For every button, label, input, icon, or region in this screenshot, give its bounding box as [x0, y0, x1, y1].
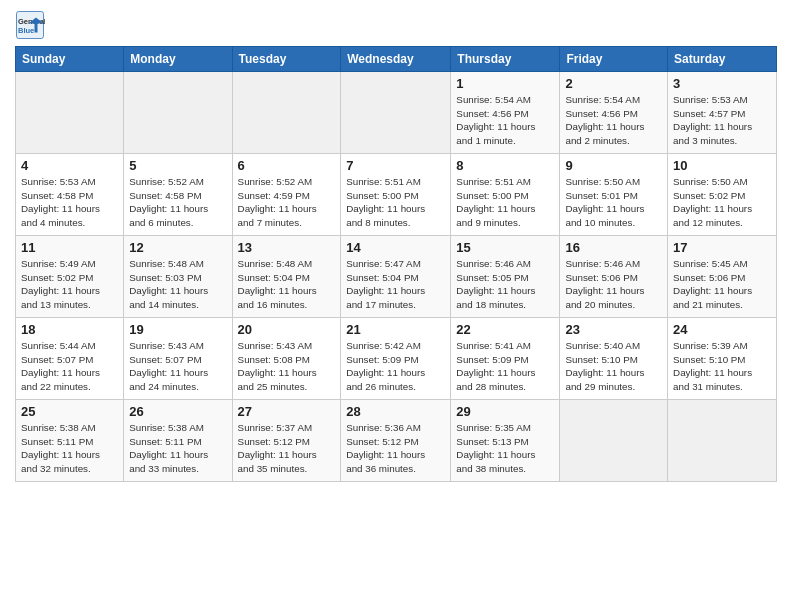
calendar-cell: 21Sunrise: 5:42 AM Sunset: 5:09 PM Dayli…	[341, 318, 451, 400]
calendar-cell: 17Sunrise: 5:45 AM Sunset: 5:06 PM Dayli…	[668, 236, 777, 318]
calendar-cell	[124, 72, 232, 154]
day-info: Sunrise: 5:42 AM Sunset: 5:09 PM Dayligh…	[346, 339, 445, 394]
day-number: 5	[129, 158, 226, 173]
day-number: 9	[565, 158, 662, 173]
day-number: 10	[673, 158, 771, 173]
day-number: 15	[456, 240, 554, 255]
svg-text:Blue: Blue	[18, 26, 34, 35]
day-header-friday: Friday	[560, 47, 668, 72]
day-info: Sunrise: 5:52 AM Sunset: 4:58 PM Dayligh…	[129, 175, 226, 230]
day-header-wednesday: Wednesday	[341, 47, 451, 72]
day-info: Sunrise: 5:46 AM Sunset: 5:05 PM Dayligh…	[456, 257, 554, 312]
calendar-week-4: 18Sunrise: 5:44 AM Sunset: 5:07 PM Dayli…	[16, 318, 777, 400]
day-info: Sunrise: 5:38 AM Sunset: 5:11 PM Dayligh…	[129, 421, 226, 476]
day-info: Sunrise: 5:40 AM Sunset: 5:10 PM Dayligh…	[565, 339, 662, 394]
day-info: Sunrise: 5:37 AM Sunset: 5:12 PM Dayligh…	[238, 421, 336, 476]
day-info: Sunrise: 5:46 AM Sunset: 5:06 PM Dayligh…	[565, 257, 662, 312]
calendar-cell: 4Sunrise: 5:53 AM Sunset: 4:58 PM Daylig…	[16, 154, 124, 236]
calendar-cell: 22Sunrise: 5:41 AM Sunset: 5:09 PM Dayli…	[451, 318, 560, 400]
calendar-cell: 7Sunrise: 5:51 AM Sunset: 5:00 PM Daylig…	[341, 154, 451, 236]
day-info: Sunrise: 5:52 AM Sunset: 4:59 PM Dayligh…	[238, 175, 336, 230]
calendar-cell	[232, 72, 341, 154]
calendar-cell: 9Sunrise: 5:50 AM Sunset: 5:01 PM Daylig…	[560, 154, 668, 236]
day-info: Sunrise: 5:51 AM Sunset: 5:00 PM Dayligh…	[456, 175, 554, 230]
day-info: Sunrise: 5:47 AM Sunset: 5:04 PM Dayligh…	[346, 257, 445, 312]
header: General Blue	[15, 10, 777, 40]
day-number: 16	[565, 240, 662, 255]
calendar-cell: 10Sunrise: 5:50 AM Sunset: 5:02 PM Dayli…	[668, 154, 777, 236]
day-info: Sunrise: 5:54 AM Sunset: 4:56 PM Dayligh…	[565, 93, 662, 148]
day-info: Sunrise: 5:45 AM Sunset: 5:06 PM Dayligh…	[673, 257, 771, 312]
calendar-cell: 14Sunrise: 5:47 AM Sunset: 5:04 PM Dayli…	[341, 236, 451, 318]
day-number: 18	[21, 322, 118, 337]
calendar-cell: 19Sunrise: 5:43 AM Sunset: 5:07 PM Dayli…	[124, 318, 232, 400]
day-info: Sunrise: 5:54 AM Sunset: 4:56 PM Dayligh…	[456, 93, 554, 148]
day-number: 27	[238, 404, 336, 419]
day-info: Sunrise: 5:38 AM Sunset: 5:11 PM Dayligh…	[21, 421, 118, 476]
svg-text:General: General	[18, 17, 45, 26]
day-info: Sunrise: 5:49 AM Sunset: 5:02 PM Dayligh…	[21, 257, 118, 312]
day-info: Sunrise: 5:53 AM Sunset: 4:58 PM Dayligh…	[21, 175, 118, 230]
day-number: 8	[456, 158, 554, 173]
day-number: 11	[21, 240, 118, 255]
calendar-cell: 8Sunrise: 5:51 AM Sunset: 5:00 PM Daylig…	[451, 154, 560, 236]
calendar-cell: 12Sunrise: 5:48 AM Sunset: 5:03 PM Dayli…	[124, 236, 232, 318]
calendar-cell: 2Sunrise: 5:54 AM Sunset: 4:56 PM Daylig…	[560, 72, 668, 154]
day-info: Sunrise: 5:41 AM Sunset: 5:09 PM Dayligh…	[456, 339, 554, 394]
day-number: 26	[129, 404, 226, 419]
calendar-cell: 13Sunrise: 5:48 AM Sunset: 5:04 PM Dayli…	[232, 236, 341, 318]
day-number: 14	[346, 240, 445, 255]
day-info: Sunrise: 5:50 AM Sunset: 5:02 PM Dayligh…	[673, 175, 771, 230]
day-number: 22	[456, 322, 554, 337]
day-info: Sunrise: 5:53 AM Sunset: 4:57 PM Dayligh…	[673, 93, 771, 148]
calendar-cell: 3Sunrise: 5:53 AM Sunset: 4:57 PM Daylig…	[668, 72, 777, 154]
calendar-table: SundayMondayTuesdayWednesdayThursdayFrid…	[15, 46, 777, 482]
day-number: 3	[673, 76, 771, 91]
calendar-cell: 27Sunrise: 5:37 AM Sunset: 5:12 PM Dayli…	[232, 400, 341, 482]
day-header-tuesday: Tuesday	[232, 47, 341, 72]
calendar-cell: 5Sunrise: 5:52 AM Sunset: 4:58 PM Daylig…	[124, 154, 232, 236]
logo: General Blue	[15, 10, 49, 40]
calendar-cell: 11Sunrise: 5:49 AM Sunset: 5:02 PM Dayli…	[16, 236, 124, 318]
calendar-cell: 24Sunrise: 5:39 AM Sunset: 5:10 PM Dayli…	[668, 318, 777, 400]
day-number: 28	[346, 404, 445, 419]
day-number: 25	[21, 404, 118, 419]
logo-icon: General Blue	[15, 10, 45, 40]
day-header-thursday: Thursday	[451, 47, 560, 72]
day-number: 29	[456, 404, 554, 419]
calendar-cell	[668, 400, 777, 482]
day-number: 24	[673, 322, 771, 337]
day-info: Sunrise: 5:39 AM Sunset: 5:10 PM Dayligh…	[673, 339, 771, 394]
day-info: Sunrise: 5:43 AM Sunset: 5:07 PM Dayligh…	[129, 339, 226, 394]
day-header-sunday: Sunday	[16, 47, 124, 72]
page-container: General Blue SundayMondayTuesdayWednesda…	[0, 0, 792, 487]
calendar-cell: 20Sunrise: 5:43 AM Sunset: 5:08 PM Dayli…	[232, 318, 341, 400]
calendar-cell: 29Sunrise: 5:35 AM Sunset: 5:13 PM Dayli…	[451, 400, 560, 482]
day-number: 12	[129, 240, 226, 255]
calendar-cell	[341, 72, 451, 154]
calendar-week-3: 11Sunrise: 5:49 AM Sunset: 5:02 PM Dayli…	[16, 236, 777, 318]
day-number: 2	[565, 76, 662, 91]
calendar-cell: 1Sunrise: 5:54 AM Sunset: 4:56 PM Daylig…	[451, 72, 560, 154]
day-number: 23	[565, 322, 662, 337]
day-info: Sunrise: 5:44 AM Sunset: 5:07 PM Dayligh…	[21, 339, 118, 394]
day-number: 7	[346, 158, 445, 173]
calendar-cell: 16Sunrise: 5:46 AM Sunset: 5:06 PM Dayli…	[560, 236, 668, 318]
day-number: 1	[456, 76, 554, 91]
calendar-week-5: 25Sunrise: 5:38 AM Sunset: 5:11 PM Dayli…	[16, 400, 777, 482]
calendar-cell: 23Sunrise: 5:40 AM Sunset: 5:10 PM Dayli…	[560, 318, 668, 400]
calendar-cell	[16, 72, 124, 154]
day-info: Sunrise: 5:36 AM Sunset: 5:12 PM Dayligh…	[346, 421, 445, 476]
day-number: 21	[346, 322, 445, 337]
calendar-cell: 28Sunrise: 5:36 AM Sunset: 5:12 PM Dayli…	[341, 400, 451, 482]
day-number: 17	[673, 240, 771, 255]
calendar-week-2: 4Sunrise: 5:53 AM Sunset: 4:58 PM Daylig…	[16, 154, 777, 236]
day-number: 19	[129, 322, 226, 337]
day-info: Sunrise: 5:48 AM Sunset: 5:03 PM Dayligh…	[129, 257, 226, 312]
day-number: 6	[238, 158, 336, 173]
day-info: Sunrise: 5:43 AM Sunset: 5:08 PM Dayligh…	[238, 339, 336, 394]
calendar-cell: 15Sunrise: 5:46 AM Sunset: 5:05 PM Dayli…	[451, 236, 560, 318]
calendar-week-1: 1Sunrise: 5:54 AM Sunset: 4:56 PM Daylig…	[16, 72, 777, 154]
day-number: 20	[238, 322, 336, 337]
calendar-cell: 6Sunrise: 5:52 AM Sunset: 4:59 PM Daylig…	[232, 154, 341, 236]
